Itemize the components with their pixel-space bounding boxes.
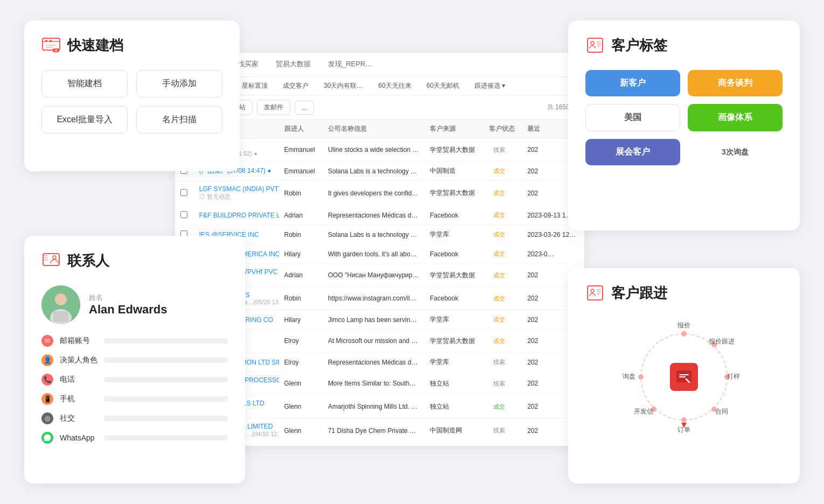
phone-icon: 📞 [41, 374, 53, 386]
subtab-star[interactable]: 星标置顶 [235, 77, 274, 95]
svg-rect-12 [588, 286, 603, 300]
company-name[interactable]: LGF SYSMAC (INDIA) PVT LTD [199, 185, 274, 193]
row-status: 成交 [484, 206, 522, 225]
row-source: Facebook [424, 287, 483, 310]
row-status: 线索 [484, 418, 522, 438]
contact-name-section: 姓名 Alan Edwards [89, 293, 167, 317]
contact-header: 联系人 [41, 251, 228, 270]
subtab-30days[interactable]: 30天内有联… [317, 77, 369, 95]
smart-build-button[interactable]: 智能建档 [41, 70, 128, 97]
tags-title: 客户标签 [611, 36, 667, 55]
row-desc: Representaciones Médicas del… [323, 206, 424, 225]
tag-inquiry-count[interactable]: 3次询盘 [688, 139, 783, 165]
status-badge: 成交 [489, 314, 509, 325]
customer-tags-card: 客户标签 新客户 商务谈判 美国 画像体系 展会客户 3次询盘 [568, 20, 800, 230]
followup-card: 客户跟进 报价 报价跟进 打样 合同 订 [568, 268, 800, 484]
subtab-followup[interactable]: 跟进催选 ▾ [468, 77, 512, 95]
subtab-deal[interactable]: 成交客户 [276, 77, 315, 95]
svg-point-13 [591, 289, 594, 292]
row-owner: Adrian [279, 264, 323, 287]
contact-fields: ✉ 邮箱账号 👤 决策人角色 📞 电话 📱 手机 ◎ 社交 [41, 335, 228, 444]
row-source: 学堂贸易大数据 [424, 138, 483, 162]
table-row[interactable]: F&F BUILDPRO PRIVATE LIMITED Adrian Repr… [175, 206, 584, 225]
row-owner: Glenn [279, 418, 323, 438]
row-source: 学堂库 [424, 225, 483, 244]
status-badge: 成交 [489, 210, 509, 220]
svg-rect-9 [53, 311, 68, 322]
subtab-60days-mail[interactable]: 60天无邮机 [420, 77, 466, 95]
row-status: 成交 [484, 287, 522, 310]
quick-build-icon [41, 36, 61, 55]
quick-build-buttons: 智能建档 手动添加 Excel批量导入 名片扫描 [41, 70, 222, 134]
row-source: 独立站 [424, 395, 483, 418]
row-owner: Glenn [279, 372, 323, 395]
row-source: 学堂库 [424, 310, 483, 330]
phone-label: 电话 [60, 375, 97, 384]
row-owner: Emmanuel [279, 162, 323, 181]
row-check[interactable] [175, 181, 194, 206]
row-status: 成交 [484, 225, 522, 244]
svg-text:报价: 报价 [677, 321, 690, 329]
row-company: LGF SYSMAC (INDIA) PVT LTD ◎ 暂无动态 [194, 181, 279, 206]
role-value [104, 358, 228, 363]
card-scan-button[interactable]: 名片扫描 [136, 106, 222, 134]
role-icon: 👤 [41, 354, 53, 366]
tag-exhibition[interactable]: 展会客户 [585, 139, 680, 165]
tag-portrait[interactable]: 画像体系 [688, 104, 783, 131]
row-owner: Emmanuel [279, 138, 323, 162]
tab-trade-data[interactable]: 贸易大数据 [267, 53, 319, 76]
field-social: ◎ 社交 [41, 412, 228, 424]
col-owner: 跟进人 [279, 120, 323, 138]
contact-name-label: 姓名 [89, 293, 167, 303]
svg-text:订单: 订单 [678, 426, 690, 433]
send-email-btn[interactable]: 发邮件 [257, 100, 290, 115]
col-desc: 公司名称信息 [323, 120, 424, 138]
row-owner: Robin [279, 287, 323, 310]
tags-icon [585, 36, 605, 55]
row-desc: 71 Disha Dye Chem Private Lim… [323, 418, 424, 438]
row-checkbox[interactable] [180, 189, 187, 196]
table-row[interactable]: LGF SYSMAC (INDIA) PVT LTD ◎ 暂无动态 Robin … [175, 181, 584, 206]
row-meta: ◎ 暂无动态 [199, 193, 274, 201]
contact-avatar [41, 285, 80, 324]
contact-title: 联系人 [67, 251, 109, 270]
tab-discover[interactable]: 发现_REPR… [319, 53, 381, 76]
col-status: 客户状态 [484, 120, 522, 138]
status-badge: 线索 [489, 145, 509, 155]
row-owner: Elroy [279, 353, 323, 372]
row-check[interactable] [175, 206, 194, 225]
contact-card: 联系人 姓名 Alan Edwards ✉ 邮箱账号 [24, 236, 245, 484]
status-badge: 成交 [489, 336, 509, 346]
row-source: 中国制造 [424, 162, 483, 181]
phone-value [104, 377, 228, 382]
row-status: 线索 [484, 353, 522, 372]
row-source: 学堂贸易大数据 [424, 264, 483, 287]
field-email: ✉ 邮箱账号 [41, 335, 228, 347]
status-badge: 线索 [489, 357, 509, 367]
contact-icon [41, 251, 61, 270]
row-owner: Hilary [279, 244, 323, 264]
tag-usa[interactable]: 美国 [585, 104, 680, 131]
manual-add-button[interactable]: 手动添加 [136, 70, 222, 97]
status-badge: 成交 [489, 229, 509, 240]
excel-import-button[interactable]: Excel批量导入 [41, 106, 128, 134]
contact-profile: 姓名 Alan Edwards [41, 285, 228, 324]
col-source: 客户来源 [424, 120, 483, 138]
email-icon: ✉ [41, 335, 53, 347]
field-role: 👤 决策人角色 [41, 354, 228, 366]
row-checkbox[interactable] [180, 211, 187, 218]
row-desc: At Microsoft our mission and va… [323, 330, 424, 353]
social-label: 社交 [60, 414, 97, 423]
subtab-60days-no[interactable]: 60天无往来 [372, 77, 417, 95]
whatsapp-value [104, 435, 228, 440]
tag-business-talk[interactable]: 商务谈判 [688, 70, 783, 96]
social-value [104, 416, 228, 421]
row-source: 学堂贸易大数据 [424, 181, 483, 206]
row-owner: Adrian [279, 206, 323, 225]
company-name[interactable]: F&F BUILDPRO PRIVATE LIMITED [199, 212, 274, 219]
row-desc: https://www.instagram.com/il… [323, 287, 424, 310]
field-phone: 📞 电话 [41, 374, 228, 386]
quick-build-title: 快速建档 [67, 36, 123, 55]
tag-new-customer[interactable]: 新客户 [585, 70, 680, 96]
more-btn[interactable]: ... [295, 101, 314, 115]
